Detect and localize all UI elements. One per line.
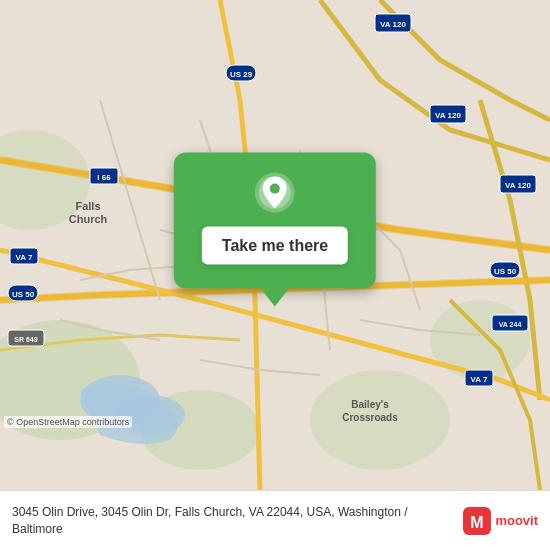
osm-credit: © OpenStreetMap contributors [4,416,132,428]
svg-text:US 50: US 50 [12,290,35,299]
svg-text:US 50: US 50 [494,267,517,276]
svg-text:I 66: I 66 [97,173,111,182]
button-overlay: Take me there [174,153,376,307]
address-text: 3045 Olin Drive, 3045 Olin Dr, Falls Chu… [12,504,453,538]
svg-text:Crossroads: Crossroads [342,412,398,423]
take-me-there-button[interactable]: Take me there [202,227,348,265]
svg-text:VA 7: VA 7 [471,375,488,384]
svg-text:M: M [471,514,484,531]
info-bar: 3045 Olin Drive, 3045 Olin Dr, Falls Chu… [0,490,550,550]
green-card: Take me there [174,153,376,289]
svg-text:VA 7: VA 7 [16,253,33,262]
moovit-text: moovit [495,513,538,528]
card-pointer [261,289,289,307]
svg-text:VA 244: VA 244 [499,321,522,328]
svg-text:Church: Church [69,213,108,225]
svg-point-4 [430,300,530,380]
svg-text:Falls: Falls [75,200,100,212]
location-pin-icon [253,171,297,215]
svg-text:VA 120: VA 120 [380,20,406,29]
svg-text:Bailey's: Bailey's [351,399,389,410]
map-container: VA 120 VA 120 VA 120 I 66 US 29 VA 7 VA … [0,0,550,490]
svg-text:VA 120: VA 120 [505,181,531,190]
svg-text:VA 120: VA 120 [435,111,461,120]
moovit-icon: M [463,507,491,535]
svg-point-38 [270,184,280,194]
moovit-logo: M moovit [463,507,538,535]
svg-text:US 29: US 29 [230,70,253,79]
svg-text:SR 649: SR 649 [14,336,37,343]
